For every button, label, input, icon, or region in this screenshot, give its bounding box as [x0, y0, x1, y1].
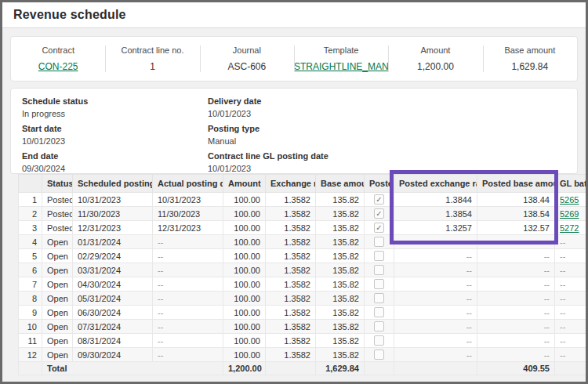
posted-checkbox-unchecked[interactable] — [374, 335, 384, 346]
empty-dash: -- — [544, 294, 550, 303]
cell-exchange-rate: 1.3582 — [266, 235, 316, 249]
cell-scheduled-posting-date: 08/31/2024 — [73, 334, 153, 348]
cell-status: Open — [42, 235, 73, 249]
posted-checkbox-unchecked[interactable] — [374, 265, 384, 275]
cell-actual-posting-date: -- — [153, 235, 223, 249]
cell-posted — [365, 334, 394, 348]
cell-actual-posting-date: 10/31/2023 — [153, 193, 223, 207]
cell-base-amount: 135.82 — [316, 249, 365, 263]
column-header-scheduled-posting-date: Scheduled posting date — [73, 175, 153, 193]
table-header-row: StatusScheduled posting dateActual posti… — [19, 175, 588, 193]
cell-gl-batch: -- — [555, 320, 588, 334]
summary-label: Contract — [11, 45, 105, 55]
schedule-table: StatusScheduled posting dateActual posti… — [18, 174, 588, 375]
cell-actual-posting-date: 11/30/2023 — [153, 207, 223, 221]
empty-dash: -- — [466, 252, 472, 261]
empty-dash: -- — [158, 308, 163, 317]
empty-dash: -- — [560, 350, 565, 360]
cell-posted — [365, 235, 394, 249]
cell-row-number: 1 — [19, 193, 42, 207]
column-header-amount: Amount — [223, 175, 266, 193]
summary-label: Journal — [200, 45, 294, 55]
cell-posted: ✓ — [365, 221, 394, 235]
summary-label: Base amount — [483, 45, 577, 55]
cell-amount: 100.00 — [223, 249, 266, 263]
cell-posted: ✓ — [365, 207, 394, 221]
posted-checkbox-unchecked[interactable] — [374, 251, 384, 261]
cell-posted: ✓ — [365, 193, 394, 207]
cell-row-number: 9 — [19, 306, 42, 320]
summary-label: Contract line no. — [105, 45, 199, 55]
summary-field-base-amount: Base amount1,629.84 — [483, 37, 577, 81]
detail-value: 10/01/2023 — [22, 136, 208, 146]
cell-amount: 100.00 — [223, 207, 266, 221]
cell-status: Open — [42, 277, 73, 292]
posted-checkbox-unchecked[interactable] — [374, 350, 384, 360]
cell-actual-posting-date: -- — [153, 320, 223, 334]
cell-posted-base-amount: -- — [477, 249, 555, 263]
cell-exchange-rate: 1.3582 — [266, 263, 316, 277]
column-header-row-number — [19, 175, 42, 193]
cell-scheduled-posting-date: 03/31/2024 — [73, 263, 153, 277]
cell-base-amount: 135.82 — [316, 263, 365, 277]
details-column-right: Delivery date10/01/2023Posting typeManua… — [208, 96, 566, 165]
detail-field-start-date: Start date10/01/2023 — [22, 124, 208, 146]
cell-posted — [365, 249, 394, 263]
gl-batch-link[interactable]: 5272 — [560, 223, 579, 233]
cell-row-number: 8 — [19, 292, 42, 306]
posted-checkbox-checked[interactable]: ✓ — [374, 223, 384, 233]
cell-actual-posting-date: 12/31/2023 — [153, 221, 223, 235]
cell-exchange-rate: 1.3582 — [266, 277, 316, 292]
cell-status: Posted — [42, 207, 73, 221]
posted-checkbox-checked[interactable]: ✓ — [374, 194, 384, 205]
cell-actual-posting-date: -- — [153, 277, 223, 292]
cell-row-number: 12 — [19, 348, 42, 362]
detail-field-posting-type: Posting typeManual — [208, 124, 566, 146]
posted-checkbox-unchecked[interactable] — [374, 237, 384, 247]
cell-posted — [365, 348, 394, 362]
cell-gl-batch: -- — [555, 306, 588, 320]
cell-posted-base-amount: -- — [477, 277, 555, 292]
cell-base-amount: 135.82 — [316, 320, 365, 334]
cell-status: Open — [42, 306, 73, 320]
cell-posted-exchange-rate: 1.3844 — [394, 193, 477, 207]
summary-value: 1 — [105, 61, 199, 72]
detail-label: Start date — [22, 124, 208, 133]
posted-checkbox-unchecked[interactable] — [374, 307, 384, 317]
empty-dash: -- — [560, 280, 565, 289]
cell-posted-exchange-rate: 1.3257 — [394, 221, 477, 235]
cell-row-number: 2 — [19, 207, 42, 221]
detail-value: In progress — [22, 109, 208, 118]
summary-value-link[interactable]: STRAIGHTLINE_MANUA — [294, 61, 388, 72]
table-total-row: Total1,200.001,629.84409.55 — [19, 362, 588, 375]
detail-value: 10/01/2023 — [208, 164, 566, 173]
empty-dash: -- — [158, 266, 163, 275]
posted-checkbox-unchecked[interactable] — [374, 321, 384, 331]
cell-posted-base-amount: 138.54 — [477, 207, 555, 221]
empty-dash: -- — [466, 322, 472, 331]
table-row: 8Open05/31/2024--100.001.3582135.82-----… — [19, 292, 588, 306]
cell-posted — [365, 292, 394, 306]
cell-amount: 100.00 — [223, 193, 266, 207]
cell-base-amount: 135.82 — [316, 306, 365, 320]
posted-checkbox-unchecked[interactable] — [374, 279, 384, 289]
posted-checkbox-checked[interactable]: ✓ — [374, 208, 384, 219]
total-base-amount: 1,629.84 — [316, 362, 365, 375]
cell-scheduled-posting-date: 02/29/2024 — [73, 249, 153, 263]
gl-batch-link[interactable]: 5269 — [560, 209, 579, 219]
cell-status: Open — [42, 320, 73, 334]
cell-row-number: 4 — [19, 235, 42, 249]
empty-dash: -- — [466, 350, 472, 360]
column-header-gl-batch: GL batch — [555, 175, 588, 193]
cell-gl-batch: -- — [555, 263, 588, 277]
gl-batch-link[interactable]: 5265 — [560, 195, 579, 205]
empty-dash: -- — [466, 336, 472, 346]
posted-checkbox-unchecked[interactable] — [374, 293, 384, 303]
summary-value-link[interactable]: CON-225 — [11, 61, 105, 72]
cell-posted-exchange-rate: -- — [394, 292, 477, 306]
summary-field-contract: ContractCON-225 — [11, 37, 105, 81]
table-row: 5Open02/29/2024--100.001.3582135.82-----… — [19, 249, 588, 263]
empty-dash: -- — [544, 350, 550, 360]
empty-dash: -- — [544, 252, 550, 261]
cell-posted-exchange-rate: -- — [394, 263, 477, 277]
